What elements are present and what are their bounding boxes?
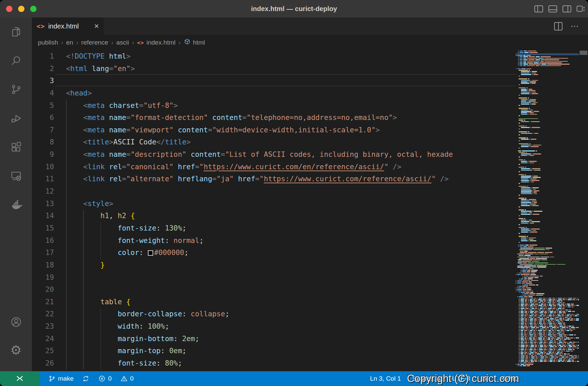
code-line-11[interactable]: 11 <link rel="alternate" hreflang="ja" h… xyxy=(32,173,516,185)
line-number[interactable]: 15 xyxy=(32,222,66,235)
minimap[interactable] xyxy=(516,50,579,371)
code-content[interactable]: <meta name="format-detection" content="t… xyxy=(66,112,516,124)
breadcrumb-item-index-html[interactable]: <>index.html xyxy=(137,39,176,46)
run-debug-icon[interactable] xyxy=(10,112,22,124)
more-actions-icon[interactable]: ⋯ xyxy=(571,21,579,31)
settings-icon[interactable]: ⚙ xyxy=(10,344,22,356)
code-line-23[interactable]: 23 width: 100%; xyxy=(32,320,516,333)
code-content[interactable]: <title>ASCII Code</title> xyxy=(66,136,516,148)
line-number[interactable]: 21 xyxy=(32,296,66,308)
line-number[interactable]: 26 xyxy=(32,357,66,370)
line-number[interactable]: 17 xyxy=(32,247,66,259)
line-number[interactable]: 19 xyxy=(32,271,66,284)
breadcrumb-item-en[interactable]: en xyxy=(66,39,73,46)
breadcrumb-item-publish[interactable]: publish xyxy=(38,39,58,46)
code-content[interactable]: <link rel="canonical" href="https://www.… xyxy=(66,161,516,173)
code-line-9[interactable]: 9 <meta name="description" content="List… xyxy=(32,148,516,161)
code-content[interactable]: width: 100%; xyxy=(66,320,516,333)
code-line-14[interactable]: 14 h1, h2 { xyxy=(32,210,516,222)
line-number[interactable]: 5 xyxy=(32,100,66,112)
code-content[interactable]: <link rel="alternate" hreflang="ja" href… xyxy=(66,173,516,185)
code-line-4[interactable]: 4<head> xyxy=(32,87,516,100)
status-sync[interactable] xyxy=(82,375,90,382)
code-content[interactable]: <meta name="viewport" content="width=dev… xyxy=(66,124,516,136)
code-content[interactable] xyxy=(66,271,516,284)
code-content[interactable]: font-size: 130%; xyxy=(66,222,516,235)
status-warning[interactable]: 0 xyxy=(120,375,134,382)
extensions-icon[interactable] xyxy=(10,141,22,153)
line-number[interactable]: 25 xyxy=(32,345,66,357)
breadcrumb-item-ascii[interactable]: ascii xyxy=(116,39,129,46)
code-content[interactable] xyxy=(66,75,516,87)
code-content[interactable]: <html lang="en"> xyxy=(66,63,516,75)
docker-icon[interactable] xyxy=(10,199,22,211)
code-area[interactable]: 1<!DOCTYPE html>2<html lang="en">34<head… xyxy=(32,50,516,371)
line-number[interactable]: 8 xyxy=(32,136,66,148)
close-tab-icon[interactable]: × xyxy=(94,22,99,30)
code-content[interactable]: table { xyxy=(66,296,516,308)
line-number[interactable]: 16 xyxy=(32,235,66,247)
code-content[interactable]: <head> xyxy=(66,87,516,100)
close-button[interactable] xyxy=(6,6,12,12)
split-editor-icon[interactable] xyxy=(554,22,563,30)
code-line-18[interactable]: 18 } xyxy=(32,259,516,271)
code-line-12[interactable]: 12 xyxy=(32,185,516,198)
code-line-22[interactable]: 22 border-collapse: collapse; xyxy=(32,308,516,320)
status-error[interactable]: 0 xyxy=(98,375,112,382)
code-line-5[interactable]: 5 <meta charset="utf-8"> xyxy=(32,100,516,112)
toggle-panel-icon[interactable] xyxy=(548,5,557,12)
code-line-8[interactable]: 8 <title>ASCII Code</title> xyxy=(32,136,516,148)
breadcrumb-item-html[interactable]: html xyxy=(184,38,205,47)
code-content[interactable]: border-collapse: collapse; xyxy=(66,308,516,320)
code-content[interactable]: margin-top: 0em; xyxy=(66,345,516,357)
code-content[interactable]: color: #000000; xyxy=(66,247,516,259)
status-item[interactable]: Ln 3, Col 1 xyxy=(370,375,401,382)
line-number[interactable]: 12 xyxy=(32,185,66,198)
status-branch[interactable]: make xyxy=(48,375,73,382)
toggle-primary-sidebar-icon[interactable] xyxy=(534,5,543,12)
source-control-icon[interactable] xyxy=(10,83,22,95)
code-content[interactable] xyxy=(66,185,516,198)
line-number[interactable]: 22 xyxy=(32,308,66,320)
code-content[interactable]: <meta name="description" content="List o… xyxy=(66,148,516,161)
code-line-1[interactable]: 1<!DOCTYPE html> xyxy=(32,50,516,63)
remote-indicator[interactable] xyxy=(0,371,40,386)
code-line-19[interactable]: 19 xyxy=(32,271,516,284)
code-content[interactable]: <style> xyxy=(66,198,516,210)
line-number[interactable]: 2 xyxy=(32,63,66,75)
remote-explorer-icon[interactable] xyxy=(10,170,22,182)
line-number[interactable]: 6 xyxy=(32,112,66,124)
code-line-26[interactable]: 26 font-size: 80%; xyxy=(32,357,516,370)
scrollbar[interactable] xyxy=(579,50,588,371)
line-number[interactable]: 13 xyxy=(32,198,66,210)
line-number[interactable]: 1 xyxy=(32,50,66,63)
code-line-6[interactable]: 6 <meta name="format-detection" content=… xyxy=(32,112,516,124)
code-line-24[interactable]: 24 margin-bottom: 2em; xyxy=(32,333,516,345)
tab-index-html[interactable]: <> index.html × xyxy=(32,17,104,35)
code-content[interactable]: h1, h2 { xyxy=(66,210,516,222)
explorer-icon[interactable] xyxy=(10,26,22,38)
zoom-button[interactable] xyxy=(30,6,37,12)
toggle-secondary-sidebar-icon[interactable] xyxy=(563,5,571,12)
code-content[interactable]: <!DOCTYPE html> xyxy=(66,50,516,63)
line-number[interactable]: 24 xyxy=(32,333,66,345)
code-line-21[interactable]: 21 table { xyxy=(32,296,516,308)
code-line-20[interactable]: 20 xyxy=(32,283,516,296)
code-content[interactable]: <meta charset="utf-8"> xyxy=(66,100,516,112)
code-line-16[interactable]: 16 font-weight: normal; xyxy=(32,235,516,247)
code-content[interactable]: font-weight: normal; xyxy=(66,235,516,247)
code-line-7[interactable]: 7 <meta name="viewport" content="width=d… xyxy=(32,124,516,136)
line-number[interactable]: 7 xyxy=(32,124,66,136)
code-line-15[interactable]: 15 font-size: 130%; xyxy=(32,222,516,235)
line-number[interactable]: 3 xyxy=(32,75,66,87)
line-number[interactable]: 18 xyxy=(32,259,66,271)
code-line-25[interactable]: 25 margin-top: 0em; xyxy=(32,345,516,357)
scrollbar-thumb[interactable] xyxy=(580,51,587,55)
line-number[interactable]: 20 xyxy=(32,283,66,296)
line-number[interactable]: 9 xyxy=(32,148,66,161)
line-number[interactable]: 10 xyxy=(32,161,66,173)
minimize-button[interactable] xyxy=(18,6,24,12)
code-line-10[interactable]: 10 <link rel="canonical" href="https://w… xyxy=(32,161,516,173)
line-number[interactable]: 11 xyxy=(32,173,66,185)
code-content[interactable]: font-size: 80%; xyxy=(66,357,516,370)
